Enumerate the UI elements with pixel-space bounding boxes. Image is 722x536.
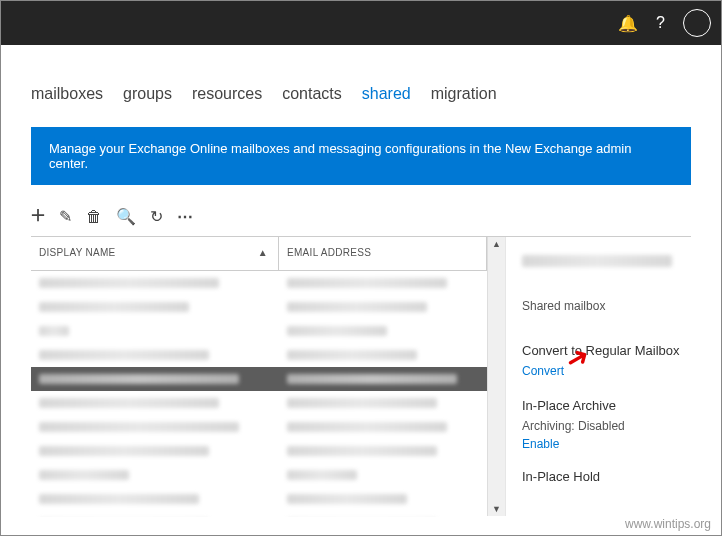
refresh-icon[interactable]: ↻ — [150, 207, 163, 226]
banner-text: Manage your Exchange Online mailboxes an… — [49, 141, 631, 171]
tab-shared[interactable]: shared — [362, 85, 411, 103]
scroll-down-icon[interactable]: ▼ — [492, 504, 501, 514]
hold-section-heading: In-Place Hold — [522, 469, 683, 484]
list-header: DISPLAY NAME ▲ EMAIL ADDRESS — [31, 237, 487, 271]
archive-enable-link[interactable]: Enable — [522, 437, 559, 451]
list-toolbar: ✎ 🗑 🔍 ↻ ⋯ — [31, 207, 691, 226]
table-row[interactable] — [31, 439, 487, 463]
top-header-bar: 🔔 ? — [1, 1, 721, 45]
table-row-selected[interactable] — [31, 367, 487, 391]
watermark: www.wintips.org — [625, 517, 711, 531]
table-row[interactable] — [31, 487, 487, 511]
tab-groups[interactable]: groups — [123, 85, 172, 103]
table-row[interactable] — [31, 319, 487, 343]
search-icon[interactable]: 🔍 — [116, 207, 136, 226]
list-scrollbar[interactable]: ▲ ▼ — [487, 237, 505, 516]
convert-section-heading: Convert to Regular Mailbox — [522, 343, 683, 358]
archive-section-heading: In-Place Archive — [522, 398, 683, 413]
more-icon[interactable]: ⋯ — [177, 213, 194, 221]
table-row[interactable] — [31, 511, 487, 517]
account-avatar[interactable] — [683, 9, 711, 37]
column-display-name[interactable]: DISPLAY NAME ▲ — [31, 237, 279, 270]
table-row[interactable] — [31, 463, 487, 487]
table-row[interactable] — [31, 343, 487, 367]
convert-link[interactable]: Convert — [522, 364, 564, 378]
archive-status: Archiving: Disabled — [522, 419, 683, 433]
tab-resources[interactable]: resources — [192, 85, 262, 103]
recipients-tabs: mailboxes groups resources contacts shar… — [31, 85, 691, 103]
tab-migration[interactable]: migration — [431, 85, 497, 103]
edit-icon[interactable]: ✎ — [59, 207, 72, 226]
table-row[interactable] — [31, 295, 487, 319]
main-area: DISPLAY NAME ▲ EMAIL ADDRESS ▲ — [31, 236, 691, 516]
notifications-icon[interactable]: 🔔 — [618, 14, 638, 33]
details-pane: Shared mailbox Convert to Regular Mailbo… — [505, 237, 691, 516]
mailbox-list: DISPLAY NAME ▲ EMAIL ADDRESS — [31, 237, 487, 516]
tab-contacts[interactable]: contacts — [282, 85, 342, 103]
tab-mailboxes[interactable]: mailboxes — [31, 85, 103, 103]
list-body — [31, 271, 487, 517]
sort-asc-icon: ▲ — [258, 247, 268, 258]
column-email-address[interactable]: EMAIL ADDRESS — [279, 237, 487, 270]
add-icon[interactable] — [31, 208, 45, 226]
scroll-up-icon[interactable]: ▲ — [492, 239, 501, 249]
help-icon[interactable]: ? — [656, 14, 665, 32]
table-row[interactable] — [31, 391, 487, 415]
mailbox-type: Shared mailbox — [522, 299, 683, 313]
new-admin-center-banner[interactable]: Manage your Exchange Online mailboxes an… — [31, 127, 691, 185]
table-row[interactable] — [31, 415, 487, 439]
delete-icon[interactable]: 🗑 — [86, 208, 102, 226]
selected-mailbox-name — [522, 255, 672, 267]
table-row[interactable] — [31, 271, 487, 295]
